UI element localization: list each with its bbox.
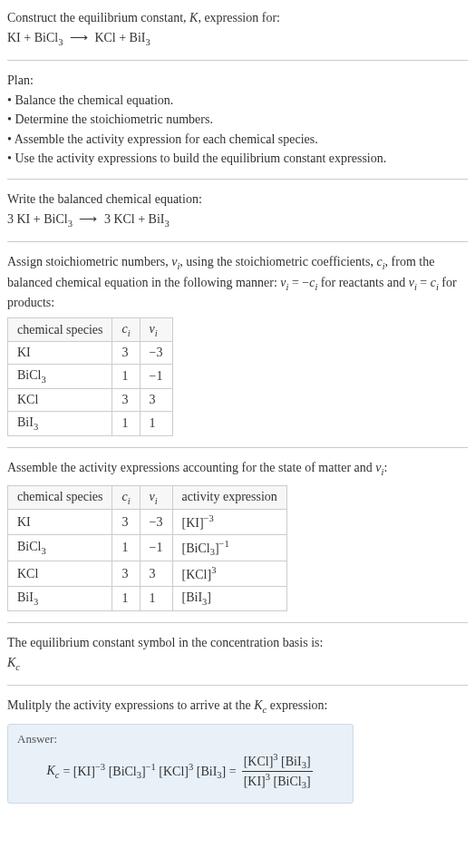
activity-intro: Assemble the activity expressions accoun…: [7, 459, 468, 479]
divider: [7, 447, 468, 448]
sp: KI: [17, 346, 31, 359]
table-row: BiCl3 1 −1: [8, 365, 173, 389]
e1: −3: [95, 762, 105, 772]
sp-sub: 3: [34, 422, 38, 432]
cell-c: 3: [112, 561, 140, 587]
K: K: [254, 698, 262, 712]
cell-species: BiI3: [8, 412, 112, 436]
t3: [KCl]: [156, 765, 189, 778]
sp: BiCl: [17, 368, 41, 382]
prompt-line: Construct the equilibrium constant, K, e…: [7, 9, 468, 27]
cell-species: BiCl3: [8, 535, 112, 561]
nu-i: i: [155, 495, 158, 505]
fraction: [KCl]3 [BiI3] [KI]3 [BiCl3]: [242, 752, 313, 790]
cell-species: KCl: [8, 561, 112, 587]
sp-sub: 3: [34, 597, 38, 607]
K-symbol: K: [189, 11, 198, 24]
denominator: [KI]3 [BiCl3]: [242, 772, 313, 790]
table-row: BiCl3 1 −1 [BiCl3]−1: [8, 535, 287, 561]
d2: [BiCl: [270, 775, 302, 788]
cell-species: KI: [8, 510, 112, 535]
prompt-text-1: Construct the equilibrium constant,: [7, 11, 189, 24]
n1: [KCl]: [244, 755, 274, 768]
nu-i: i: [155, 327, 158, 337]
rel2a: =: [417, 276, 431, 289]
th-ci: ci: [112, 317, 140, 342]
cell-c: 1: [112, 412, 140, 436]
d1: [KI]: [244, 775, 266, 788]
base: [BiCl: [182, 541, 210, 555]
table-header-row: chemical species ci νi: [8, 317, 173, 342]
cell-v: 1: [140, 412, 172, 436]
divider: [7, 241, 468, 242]
bal-rhs: 3 KCl + BiI: [104, 212, 165, 226]
cell-species: BiCl3: [8, 365, 112, 389]
cell-c: 1: [112, 365, 140, 389]
sp-sub: 3: [41, 546, 45, 556]
balanced-title: Write the balanced chemical equation:: [7, 190, 468, 209]
cell-species: BiI3: [8, 587, 112, 611]
cell-c: 1: [112, 535, 140, 561]
plan-bullet-3: • Assemble the activity expression for e…: [7, 131, 468, 149]
table-row: KCl 3 3 [KCl]3: [8, 561, 287, 587]
base: [BiI: [182, 590, 203, 604]
bal-lhs: 3 KI + BiCl: [7, 212, 68, 226]
K: K: [7, 656, 15, 669]
cell-c: 3: [112, 342, 140, 365]
eq-body: = [KI]−3 [BiCl3]−1 [KCl]3 [BiI3] =: [63, 762, 236, 780]
stoich-table: chemical species ci νi KI 3 −3 BiCl3 1 −…: [7, 317, 173, 436]
Kc-sub: c: [15, 661, 20, 671]
cell-v: −1: [140, 365, 172, 389]
arrow-icon: ⟶: [75, 212, 101, 226]
cell-v: 3: [140, 561, 172, 587]
rel1b: for reactants and: [317, 276, 408, 289]
activity-table: chemical species ci νi activity expressi…: [7, 485, 287, 611]
divider: [7, 60, 468, 61]
Kc-left: Kc: [46, 764, 59, 780]
t4: [BiI: [193, 765, 217, 778]
divider: [7, 179, 468, 180]
table-row: BiI3 1 1 [BiI3]: [8, 587, 287, 611]
th-ci: ci: [112, 485, 140, 510]
th-vi: νi: [140, 485, 172, 510]
cell-v: 1: [140, 587, 172, 611]
s3: 3: [137, 771, 141, 781]
mult-end: expression:: [267, 698, 327, 712]
t5: ] =: [222, 765, 237, 778]
table-row: KI 3 −3: [8, 342, 173, 365]
base: [KCl]: [182, 568, 212, 581]
sp-sub: 3: [41, 375, 45, 385]
d3: ]: [306, 775, 311, 788]
sp: KCl: [17, 567, 38, 580]
th-vi: νi: [140, 317, 172, 342]
plan-bullet-2: • Determine the stoichiometric numbers.: [7, 111, 468, 129]
prompt-text-2: , expression for:: [198, 11, 280, 24]
answer-label: Answer:: [17, 732, 344, 746]
divider: [7, 622, 468, 623]
exp: −3: [204, 513, 214, 523]
sub-3: 3: [146, 36, 150, 46]
c-i: i: [128, 327, 131, 337]
arrow-icon: ⟶: [66, 31, 92, 44]
cell-activity: [KCl]3: [172, 561, 286, 587]
exp: 3: [211, 565, 216, 575]
K: K: [46, 764, 54, 777]
rel1a: = −: [288, 276, 309, 289]
sp: BiI: [17, 590, 34, 604]
nu-i: i: [382, 467, 384, 477]
mult-text: Mulitply the activity expressions to arr…: [7, 698, 254, 712]
cell-v: −3: [140, 510, 172, 535]
cell-c: 3: [112, 389, 140, 412]
e2: −1: [146, 762, 156, 772]
cell-activity: [BiI3]: [172, 587, 286, 611]
cell-v: 3: [140, 389, 172, 412]
c-i: i: [128, 495, 131, 505]
unbalanced-equation: KI + BiCl3 ⟶ KCl + BiI3: [7, 29, 468, 49]
plan-title: Plan:: [7, 72, 468, 90]
t2: [BiCl: [105, 765, 137, 778]
cell-activity: [BiCl3]−1: [172, 535, 286, 561]
n3: ]: [306, 755, 311, 768]
table-row: KI 3 −3 [KI]−3: [8, 510, 287, 535]
exp: −1: [219, 539, 229, 549]
Kc-sub: c: [55, 769, 60, 779]
